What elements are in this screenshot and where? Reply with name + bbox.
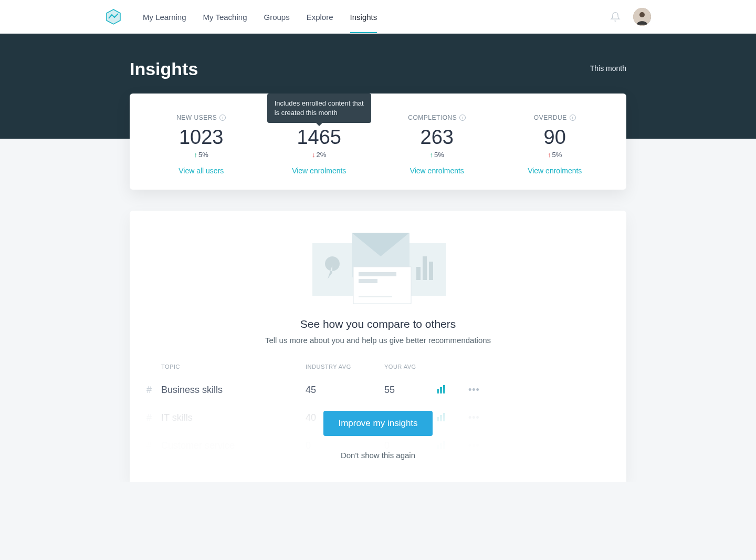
svg-rect-13 bbox=[359, 296, 392, 297]
svg-rect-5 bbox=[423, 256, 427, 280]
stat-link[interactable]: View all users bbox=[142, 167, 260, 175]
stat-label: NEW USERS i bbox=[176, 114, 226, 121]
nav-groups[interactable]: Groups bbox=[264, 1, 289, 33]
stat-value: 1023 bbox=[142, 126, 260, 149]
stat-completions: COMPLETIONS i263↑ 5%View enrolments bbox=[378, 112, 496, 175]
stat-value: 1465 bbox=[260, 126, 379, 149]
stat-new-enrolments: Includes enrolled content that is create… bbox=[260, 112, 379, 175]
stat-change: ↑ 5% bbox=[194, 151, 208, 159]
info-icon[interactable]: i bbox=[459, 115, 466, 121]
dismiss-link[interactable]: Don't show this again bbox=[341, 451, 415, 460]
compare-overlay: Improve my insights Don't show this agai… bbox=[130, 387, 626, 482]
svg-rect-12 bbox=[359, 279, 377, 283]
stats-card: NEW USERS i1023↑ 5%View all usersInclude… bbox=[130, 94, 626, 190]
stat-change: ↓ 2% bbox=[312, 151, 326, 159]
nav-my-learning[interactable]: My Learning bbox=[143, 1, 186, 33]
col-header-your: YOUR AVG bbox=[384, 364, 437, 370]
user-avatar[interactable] bbox=[633, 8, 651, 26]
svg-rect-6 bbox=[429, 262, 433, 280]
stat-new-users: NEW USERS i1023↑ 5%View all users bbox=[142, 112, 260, 175]
period-label: This month bbox=[590, 64, 626, 72]
nav-my-teaching[interactable]: My Teaching bbox=[203, 1, 247, 33]
stat-overdue: OVERDUE i90↑ 5%View enrolments bbox=[496, 112, 614, 175]
compare-card: See how you compare to others Tell us mo… bbox=[130, 211, 626, 482]
stat-change: ↑ 5% bbox=[430, 151, 444, 159]
compare-illustration bbox=[307, 227, 449, 306]
compare-title: See how you compare to others bbox=[130, 318, 626, 330]
stat-link[interactable]: View enrolments bbox=[378, 167, 496, 175]
stat-value: 263 bbox=[378, 126, 496, 149]
stat-label: OVERDUE i bbox=[534, 114, 576, 121]
info-icon[interactable]: i bbox=[570, 115, 576, 121]
trend-arrow-icon: ↓ bbox=[312, 151, 316, 159]
page-title: Insights bbox=[130, 59, 198, 79]
stat-tooltip: Includes enrolled content that is create… bbox=[267, 94, 371, 123]
nav-insights[interactable]: Insights bbox=[350, 1, 377, 33]
notifications-icon[interactable] bbox=[610, 12, 621, 22]
svg-rect-11 bbox=[359, 272, 396, 276]
info-icon[interactable]: i bbox=[219, 115, 226, 121]
stat-link[interactable]: View enrolments bbox=[260, 167, 379, 175]
stat-label: COMPLETIONS i bbox=[408, 114, 466, 121]
trend-arrow-icon: ↑ bbox=[194, 151, 198, 159]
nav-explore[interactable]: Explore bbox=[307, 1, 333, 33]
svg-point-2 bbox=[639, 12, 645, 17]
brand-logo[interactable] bbox=[105, 8, 122, 25]
trend-arrow-icon: ↑ bbox=[430, 151, 434, 159]
nav-links: My Learning My Teaching Groups Explore I… bbox=[143, 1, 610, 33]
col-header-topic: TOPIC bbox=[161, 364, 306, 370]
trend-arrow-icon: ↑ bbox=[548, 151, 551, 159]
top-navigation: My Learning My Teaching Groups Explore I… bbox=[0, 0, 756, 34]
svg-rect-7 bbox=[416, 267, 421, 280]
col-header-industry: INDUSTRY AVG bbox=[306, 364, 384, 370]
stat-change: ↑ 5% bbox=[548, 151, 562, 159]
compare-subtitle: Tell us more about you and help us give … bbox=[130, 336, 626, 345]
stat-value: 90 bbox=[496, 126, 614, 149]
stat-link[interactable]: View enrolments bbox=[496, 167, 614, 175]
improve-insights-button[interactable]: Improve my insights bbox=[323, 411, 432, 436]
